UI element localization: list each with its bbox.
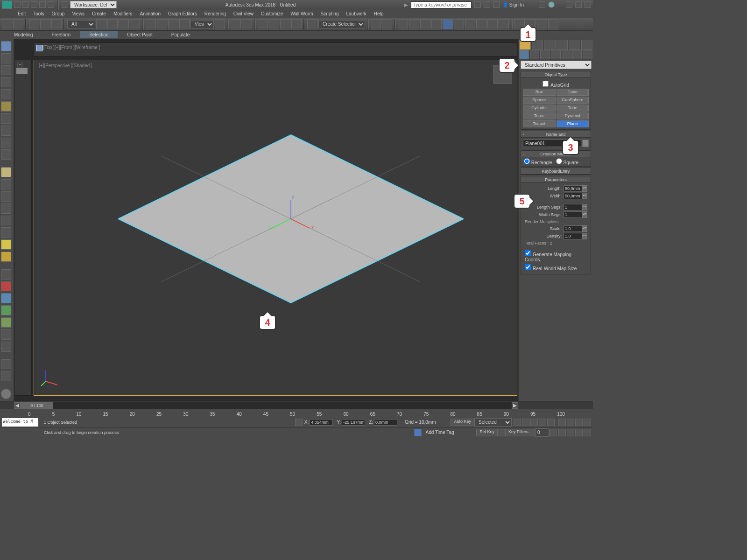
teapot-button[interactable]: Teapot bbox=[523, 120, 556, 127]
density-input[interactable] bbox=[564, 233, 582, 239]
box-button[interactable]: Box bbox=[523, 89, 556, 96]
cone-button[interactable]: Cone bbox=[557, 89, 589, 96]
helpers-subtab[interactable] bbox=[562, 50, 571, 59]
manipulate-button[interactable] bbox=[231, 19, 241, 29]
bind-button[interactable] bbox=[51, 19, 62, 29]
hedra-icon[interactable] bbox=[1, 293, 11, 303]
app-menu-icon[interactable] bbox=[2, 0, 12, 9]
geosphere-icon[interactable] bbox=[1, 239, 11, 250]
workspace-select[interactable]: Workspace: Default bbox=[70, 1, 117, 8]
redo-button[interactable] bbox=[13, 19, 23, 29]
keymode-select[interactable]: Selected bbox=[474, 418, 512, 427]
geometry-subtab[interactable] bbox=[519, 50, 529, 59]
cylinder-primitive-icon[interactable] bbox=[1, 191, 11, 202]
toggle-ribbon-button[interactable] bbox=[409, 19, 419, 29]
color-swatch[interactable] bbox=[582, 140, 589, 147]
keyboard-shortcut-button[interactable] bbox=[242, 19, 252, 29]
aec-icon[interactable] bbox=[1, 77, 11, 87]
play-button[interactable] bbox=[530, 419, 538, 426]
ribbon-selection[interactable]: Selection bbox=[80, 31, 118, 38]
search-input[interactable] bbox=[411, 1, 472, 8]
timeline-ruler[interactable]: 0510152025303540455055606570758085909510… bbox=[0, 409, 593, 417]
snap-button[interactable] bbox=[258, 19, 268, 29]
named-selection-set[interactable]: Create Selection Se bbox=[318, 20, 365, 28]
cameras-subtab[interactable] bbox=[551, 50, 561, 59]
new-icon[interactable] bbox=[14, 1, 21, 8]
torus-primitive-icon[interactable] bbox=[1, 203, 11, 214]
container-icon[interactable] bbox=[1, 53, 11, 63]
mental-icon[interactable] bbox=[1, 149, 11, 160]
menu-civilview[interactable]: Civil View bbox=[231, 10, 256, 17]
maxscript-mini[interactable]: Welcome to M bbox=[2, 418, 38, 427]
spinner-snap-button[interactable] bbox=[291, 19, 302, 29]
rollout-header[interactable]: KeyboardEntry bbox=[521, 168, 591, 175]
current-frame-input[interactable] bbox=[535, 428, 549, 437]
prev-frame-button[interactable]: ◀ bbox=[14, 402, 21, 409]
window-crossing-button[interactable] bbox=[130, 19, 140, 29]
square-radio[interactable]: Square bbox=[556, 158, 578, 165]
menu-group[interactable]: Group bbox=[49, 10, 68, 17]
teapot-icon[interactable] bbox=[1, 41, 11, 51]
move-button[interactable] bbox=[146, 19, 156, 29]
menu-views[interactable]: Views bbox=[69, 10, 87, 17]
angle-snap-button[interactable] bbox=[269, 19, 279, 29]
goto-end-button[interactable] bbox=[547, 419, 555, 426]
percent-snap-button[interactable] bbox=[280, 19, 290, 29]
rollout-header[interactable]: Parameters bbox=[521, 176, 591, 183]
spinner-arrows[interactable]: ▴▾ bbox=[582, 185, 587, 192]
zoom-extents-button[interactable] bbox=[575, 419, 583, 426]
mirror-button[interactable] bbox=[371, 19, 381, 29]
key-icon[interactable] bbox=[498, 429, 505, 436]
render-production-button[interactable] bbox=[476, 19, 486, 29]
lock-icon[interactable] bbox=[295, 419, 303, 426]
spacewarps-subtab[interactable] bbox=[572, 50, 582, 59]
save-icon[interactable] bbox=[31, 1, 37, 8]
select-region-button[interactable] bbox=[119, 19, 129, 29]
lights-subtab[interactable] bbox=[540, 50, 550, 59]
zoom-all-button[interactable] bbox=[567, 419, 574, 426]
patch-icon[interactable] bbox=[1, 113, 11, 124]
length-input[interactable] bbox=[564, 185, 582, 192]
keyfilters-button[interactable]: Key Filters... bbox=[505, 429, 535, 436]
link-button[interactable] bbox=[29, 19, 39, 29]
menu-modifiers[interactable]: Modifiers bbox=[111, 10, 135, 17]
placement-button[interactable] bbox=[179, 19, 190, 29]
exchange-icon[interactable] bbox=[539, 1, 545, 8]
plane-icon[interactable] bbox=[1, 281, 11, 292]
ref-coord-select[interactable]: View bbox=[190, 20, 214, 28]
menu-grapheditors[interactable]: Graph Editors bbox=[165, 10, 200, 17]
menu-help[interactable]: Help bbox=[371, 10, 387, 17]
align-button[interactable] bbox=[382, 19, 392, 29]
spinner-arrows[interactable]: ▴▾ bbox=[582, 211, 587, 218]
edit-selection-button[interactable] bbox=[307, 19, 317, 29]
viewport-top-strip[interactable]: [+][Top ][+][Front ][Wireframe ] bbox=[34, 42, 517, 56]
layer-explorer-button[interactable] bbox=[398, 19, 408, 29]
ringwave-icon[interactable] bbox=[1, 359, 11, 370]
chamferbox-icon[interactable] bbox=[1, 305, 11, 315]
walk-button[interactable] bbox=[567, 429, 574, 436]
geosphere-button[interactable]: GeoSphere bbox=[557, 97, 589, 104]
menu-rendering[interactable]: Rendering bbox=[202, 10, 229, 17]
plane-object[interactable]: x y z bbox=[118, 130, 464, 308]
add-time-tag[interactable]: Add Time Tag bbox=[422, 430, 458, 435]
scale-input[interactable] bbox=[564, 225, 582, 232]
particle-icon[interactable] bbox=[1, 101, 11, 112]
pan-button[interactable] bbox=[558, 429, 566, 436]
spinner-arrows[interactable]: ▴▾ bbox=[582, 193, 587, 199]
curve-editor-button[interactable] bbox=[420, 19, 430, 29]
systems-subtab[interactable] bbox=[583, 50, 592, 59]
unlink-button[interactable] bbox=[40, 19, 50, 29]
ribbon-objectpaint[interactable]: Object Paint bbox=[118, 31, 162, 38]
autogrid-checkbox[interactable] bbox=[543, 81, 549, 87]
viewport-left-strip[interactable]: [+][Lef bbox=[14, 60, 32, 396]
ribbon-freeform[interactable]: Freeform bbox=[42, 31, 80, 38]
maximize-vp-button[interactable] bbox=[584, 429, 591, 436]
teapot-primitive-icon[interactable] bbox=[1, 216, 11, 226]
rollout-header[interactable]: Creation Method bbox=[521, 151, 591, 157]
ribbon-populate[interactable]: Populate bbox=[162, 31, 199, 38]
menu-wallworm[interactable]: Wall Worm bbox=[288, 10, 316, 17]
render-iterative-button[interactable] bbox=[487, 19, 498, 29]
render-setup-button[interactable] bbox=[454, 19, 464, 29]
sphere-button[interactable]: Sphere bbox=[523, 97, 556, 104]
width-input[interactable] bbox=[564, 193, 582, 199]
